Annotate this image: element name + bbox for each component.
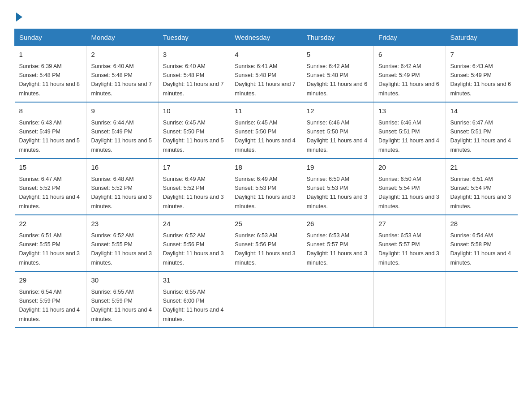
calendar-cell: 6Sunrise: 6:42 AMSunset: 5:49 PMDaylight… bbox=[374, 46, 446, 103]
calendar-cell bbox=[230, 271, 302, 328]
day-number: 4 bbox=[235, 50, 297, 60]
day-info: Sunrise: 6:41 AMSunset: 5:48 PMDaylight:… bbox=[235, 63, 296, 97]
day-number: 28 bbox=[450, 219, 513, 229]
calendar-cell: 31Sunrise: 6:55 AMSunset: 6:00 PMDayligh… bbox=[158, 271, 230, 328]
calendar-cell: 30Sunrise: 6:55 AMSunset: 5:59 PMDayligh… bbox=[86, 271, 158, 328]
calendar-cell: 14Sunrise: 6:47 AMSunset: 5:51 PMDayligh… bbox=[446, 102, 517, 158]
calendar-cell: 25Sunrise: 6:53 AMSunset: 5:56 PMDayligh… bbox=[230, 215, 302, 271]
calendar-week-row: 1Sunrise: 6:39 AMSunset: 5:48 PMDaylight… bbox=[15, 46, 518, 103]
day-info: Sunrise: 6:46 AMSunset: 5:51 PMDaylight:… bbox=[378, 120, 439, 153]
day-info: Sunrise: 6:46 AMSunset: 5:50 PMDaylight:… bbox=[307, 120, 368, 153]
calendar-week-row: 8Sunrise: 6:43 AMSunset: 5:49 PMDaylight… bbox=[15, 102, 518, 158]
day-info: Sunrise: 6:54 AMSunset: 5:58 PMDaylight:… bbox=[450, 232, 511, 266]
calendar-cell: 27Sunrise: 6:53 AMSunset: 5:57 PMDayligh… bbox=[374, 215, 446, 271]
calendar-cell: 23Sunrise: 6:52 AMSunset: 5:55 PMDayligh… bbox=[86, 215, 158, 271]
calendar-table: SundayMondayTuesdayWednesdayThursdayFrid… bbox=[14, 29, 518, 328]
day-info: Sunrise: 6:55 AMSunset: 5:59 PMDaylight:… bbox=[91, 289, 152, 322]
calendar-week-row: 29Sunrise: 6:54 AMSunset: 5:59 PMDayligh… bbox=[15, 271, 518, 328]
header-sunday: Sunday bbox=[15, 29, 86, 46]
calendar-cell: 11Sunrise: 6:45 AMSunset: 5:50 PMDayligh… bbox=[230, 102, 302, 158]
calendar-cell: 5Sunrise: 6:42 AMSunset: 5:48 PMDaylight… bbox=[302, 46, 373, 103]
calendar-cell bbox=[446, 271, 517, 328]
day-number: 22 bbox=[19, 219, 82, 229]
day-number: 19 bbox=[307, 163, 369, 173]
day-info: Sunrise: 6:40 AMSunset: 5:48 PMDaylight:… bbox=[163, 63, 224, 97]
header-friday: Friday bbox=[374, 29, 446, 46]
calendar-cell: 3Sunrise: 6:40 AMSunset: 5:48 PMDaylight… bbox=[158, 46, 230, 103]
calendar-cell: 4Sunrise: 6:41 AMSunset: 5:48 PMDaylight… bbox=[230, 46, 302, 103]
day-number: 24 bbox=[163, 219, 225, 229]
day-number: 17 bbox=[163, 163, 225, 173]
calendar-cell: 29Sunrise: 6:54 AMSunset: 5:59 PMDayligh… bbox=[15, 271, 86, 328]
logo bbox=[14, 11, 22, 20]
day-number: 29 bbox=[19, 275, 82, 286]
day-number: 1 bbox=[19, 50, 82, 60]
logo-arrow-icon bbox=[16, 13, 22, 21]
day-number: 25 bbox=[235, 219, 297, 229]
calendar-header-row: SundayMondayTuesdayWednesdayThursdayFrid… bbox=[15, 29, 518, 46]
day-info: Sunrise: 6:45 AMSunset: 5:50 PMDaylight:… bbox=[163, 120, 224, 153]
day-info: Sunrise: 6:44 AMSunset: 5:49 PMDaylight:… bbox=[91, 120, 152, 153]
day-info: Sunrise: 6:48 AMSunset: 5:52 PMDaylight:… bbox=[91, 176, 152, 210]
calendar-cell: 7Sunrise: 6:43 AMSunset: 5:49 PMDaylight… bbox=[446, 46, 517, 103]
day-info: Sunrise: 6:53 AMSunset: 5:57 PMDaylight:… bbox=[378, 232, 439, 266]
day-number: 15 bbox=[19, 163, 82, 173]
day-info: Sunrise: 6:40 AMSunset: 5:48 PMDaylight:… bbox=[91, 63, 152, 97]
header-wednesday: Wednesday bbox=[230, 29, 302, 46]
day-number: 13 bbox=[378, 106, 441, 116]
day-info: Sunrise: 6:50 AMSunset: 5:53 PMDaylight:… bbox=[307, 176, 368, 210]
day-number: 6 bbox=[378, 50, 441, 60]
day-info: Sunrise: 6:51 AMSunset: 5:55 PMDaylight:… bbox=[19, 232, 80, 266]
header-thursday: Thursday bbox=[302, 29, 373, 46]
calendar-cell: 26Sunrise: 6:53 AMSunset: 5:57 PMDayligh… bbox=[302, 215, 373, 271]
calendar-cell: 24Sunrise: 6:52 AMSunset: 5:56 PMDayligh… bbox=[158, 215, 230, 271]
day-info: Sunrise: 6:50 AMSunset: 5:54 PMDaylight:… bbox=[378, 176, 439, 210]
calendar-cell: 13Sunrise: 6:46 AMSunset: 5:51 PMDayligh… bbox=[374, 102, 446, 158]
day-info: Sunrise: 6:43 AMSunset: 5:49 PMDaylight:… bbox=[450, 63, 511, 97]
day-number: 3 bbox=[163, 50, 225, 60]
day-info: Sunrise: 6:47 AMSunset: 5:52 PMDaylight:… bbox=[19, 176, 80, 210]
calendar-week-row: 15Sunrise: 6:47 AMSunset: 5:52 PMDayligh… bbox=[15, 158, 518, 215]
day-number: 27 bbox=[378, 219, 441, 229]
day-number: 8 bbox=[19, 106, 82, 116]
day-number: 12 bbox=[307, 106, 369, 116]
day-info: Sunrise: 6:53 AMSunset: 5:56 PMDaylight:… bbox=[235, 232, 296, 266]
calendar-cell: 8Sunrise: 6:43 AMSunset: 5:49 PMDaylight… bbox=[15, 102, 86, 158]
day-number: 21 bbox=[450, 163, 513, 173]
calendar-cell: 10Sunrise: 6:45 AMSunset: 5:50 PMDayligh… bbox=[158, 102, 230, 158]
day-info: Sunrise: 6:47 AMSunset: 5:51 PMDaylight:… bbox=[450, 120, 511, 153]
day-info: Sunrise: 6:42 AMSunset: 5:48 PMDaylight:… bbox=[307, 63, 368, 97]
day-number: 10 bbox=[163, 106, 225, 116]
calendar-cell: 15Sunrise: 6:47 AMSunset: 5:52 PMDayligh… bbox=[15, 158, 86, 215]
calendar-cell bbox=[374, 271, 446, 328]
day-info: Sunrise: 6:43 AMSunset: 5:49 PMDaylight:… bbox=[19, 120, 80, 153]
day-info: Sunrise: 6:51 AMSunset: 5:54 PMDaylight:… bbox=[450, 176, 511, 210]
day-number: 31 bbox=[163, 275, 225, 286]
header-saturday: Saturday bbox=[446, 29, 517, 46]
calendar-cell: 1Sunrise: 6:39 AMSunset: 5:48 PMDaylight… bbox=[15, 46, 86, 103]
calendar-cell: 9Sunrise: 6:44 AMSunset: 5:49 PMDaylight… bbox=[86, 102, 158, 158]
day-number: 26 bbox=[307, 219, 369, 229]
day-number: 18 bbox=[235, 163, 297, 173]
calendar-cell: 17Sunrise: 6:49 AMSunset: 5:52 PMDayligh… bbox=[158, 158, 230, 215]
page-header bbox=[14, 11, 518, 20]
calendar-cell: 12Sunrise: 6:46 AMSunset: 5:50 PMDayligh… bbox=[302, 102, 373, 158]
calendar-week-row: 22Sunrise: 6:51 AMSunset: 5:55 PMDayligh… bbox=[15, 215, 518, 271]
day-info: Sunrise: 6:53 AMSunset: 5:57 PMDaylight:… bbox=[307, 232, 368, 266]
day-info: Sunrise: 6:55 AMSunset: 6:00 PMDaylight:… bbox=[163, 289, 224, 322]
day-number: 30 bbox=[91, 275, 153, 286]
calendar-cell: 18Sunrise: 6:49 AMSunset: 5:53 PMDayligh… bbox=[230, 158, 302, 215]
day-info: Sunrise: 6:54 AMSunset: 5:59 PMDaylight:… bbox=[19, 289, 80, 322]
day-info: Sunrise: 6:52 AMSunset: 5:55 PMDaylight:… bbox=[91, 232, 152, 266]
day-number: 20 bbox=[378, 163, 441, 173]
calendar-cell: 28Sunrise: 6:54 AMSunset: 5:58 PMDayligh… bbox=[446, 215, 517, 271]
day-info: Sunrise: 6:39 AMSunset: 5:48 PMDaylight:… bbox=[19, 63, 80, 97]
day-info: Sunrise: 6:52 AMSunset: 5:56 PMDaylight:… bbox=[163, 232, 224, 266]
calendar-cell: 2Sunrise: 6:40 AMSunset: 5:48 PMDaylight… bbox=[86, 46, 158, 103]
day-info: Sunrise: 6:45 AMSunset: 5:50 PMDaylight:… bbox=[235, 120, 296, 153]
day-number: 2 bbox=[91, 50, 153, 60]
day-number: 9 bbox=[91, 106, 153, 116]
day-number: 23 bbox=[91, 219, 153, 229]
day-number: 5 bbox=[307, 50, 369, 60]
calendar-cell: 19Sunrise: 6:50 AMSunset: 5:53 PMDayligh… bbox=[302, 158, 373, 215]
